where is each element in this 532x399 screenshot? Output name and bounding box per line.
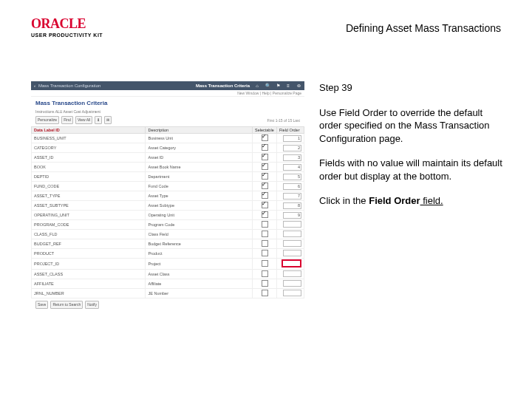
col-field-order[interactable]: Field Order: [277, 127, 304, 134]
field-order-input[interactable]: 6: [283, 183, 301, 190]
cell-selectable[interactable]: [253, 191, 277, 201]
cell-field-order[interactable]: 1: [277, 134, 304, 143]
col-description[interactable]: Description: [146, 127, 253, 134]
cell-selectable[interactable]: [253, 134, 277, 143]
field-order-input[interactable]: [283, 290, 301, 296]
table-row: ASSET_TYPEAsset Type7: [32, 191, 304, 201]
checkbox-icon[interactable]: [262, 154, 268, 160]
checkbox-icon[interactable]: [262, 202, 268, 208]
field-order-input[interactable]: 8: [283, 202, 301, 209]
cell-field-order[interactable]: 5: [277, 172, 304, 182]
cell-selectable[interactable]: [253, 182, 277, 191]
flag-icon[interactable]: ⚑: [275, 81, 281, 90]
checkbox-icon[interactable]: [262, 144, 268, 151]
cell-field-order[interactable]: [277, 249, 304, 259]
save-button[interactable]: Save: [35, 301, 48, 309]
notify-button[interactable]: Notify: [85, 301, 99, 309]
checkbox-icon[interactable]: [262, 290, 268, 296]
checkbox-icon[interactable]: [262, 211, 268, 218]
cell-field-order[interactable]: [277, 270, 304, 279]
cell-selectable[interactable]: [253, 259, 277, 270]
field-order-input[interactable]: [283, 280, 301, 287]
cell-selectable[interactable]: [253, 163, 277, 172]
back-icon[interactable]: ‹: [34, 81, 35, 90]
checkbox-icon[interactable]: [262, 270, 268, 277]
checkbox-icon[interactable]: [262, 173, 268, 180]
cell-selectable[interactable]: [253, 143, 277, 153]
instruction-p3: Click in the Field Order field.: [319, 194, 502, 208]
field-order-input[interactable]: [283, 240, 301, 247]
checkbox-icon[interactable]: [262, 250, 268, 256]
field-order-input[interactable]: 7: [283, 193, 301, 200]
cell-selectable[interactable]: [253, 172, 277, 182]
gear-icon[interactable]: ⊚: [296, 81, 301, 90]
cell-field-order[interactable]: [277, 279, 304, 289]
home-icon[interactable]: ⌂: [254, 81, 260, 90]
cell-field-order[interactable]: 4: [277, 163, 304, 172]
page-meta-links[interactable]: New Window | Help | Personalize Page: [31, 90, 304, 97]
cell-selectable[interactable]: [253, 201, 277, 211]
breadcrumb-prev[interactable]: Mass Transaction Configuration: [38, 81, 174, 90]
cell-desc: Asset Class: [146, 270, 253, 279]
cell-field-order[interactable]: 9: [277, 211, 304, 220]
checkbox-icon[interactable]: [262, 134, 268, 141]
field-order-input[interactable]: 1: [283, 135, 301, 142]
field-order-input[interactable]: 3: [283, 154, 301, 161]
checkbox-icon[interactable]: [262, 221, 268, 228]
cell-selectable[interactable]: [253, 279, 277, 289]
cell-desc: Asset Subtype: [146, 201, 253, 211]
cell-desc: Project: [146, 259, 253, 270]
checkbox-icon[interactable]: [262, 280, 268, 287]
cell-selectable[interactable]: [253, 153, 277, 163]
cell-id: BOOK: [32, 163, 146, 172]
checkbox-icon[interactable]: [262, 260, 268, 267]
table-row: DEPTIDDepartment5: [32, 172, 304, 182]
excel-icon[interactable]: ⊞: [104, 116, 112, 124]
field-order-input[interactable]: [283, 221, 301, 228]
field-order-input[interactable]: 2: [283, 145, 301, 151]
checkbox-icon[interactable]: [262, 163, 268, 170]
cell-field-order[interactable]: 3: [277, 153, 304, 163]
cell-field-order[interactable]: [277, 239, 304, 249]
cell-selectable[interactable]: [253, 230, 277, 239]
cell-field-order[interactable]: [277, 230, 304, 239]
personalize-button[interactable]: Personalize: [35, 116, 59, 124]
cell-field-order[interactable]: [277, 259, 304, 270]
find-button[interactable]: Find: [61, 116, 73, 124]
cell-selectable[interactable]: [253, 270, 277, 279]
cell-field-order[interactable]: [277, 289, 304, 299]
cell-field-order[interactable]: 8: [277, 201, 304, 211]
cell-field-order[interactable]: 6: [277, 182, 304, 191]
cell-field-order[interactable]: 7: [277, 191, 304, 201]
cell-field-order[interactable]: [277, 220, 304, 230]
table-row: JRNL_NUMBERJE Number: [32, 289, 304, 299]
field-order-input[interactable]: [283, 270, 301, 277]
field-order-input[interactable]: 4: [283, 164, 301, 171]
cell-id: OPERATING_UNIT: [32, 211, 146, 220]
cell-selectable[interactable]: [253, 249, 277, 259]
field-order-input[interactable]: [282, 259, 301, 267]
checkbox-icon[interactable]: [262, 231, 268, 237]
cell-selectable[interactable]: [253, 289, 277, 299]
viewall-button[interactable]: View All: [75, 116, 92, 124]
cell-selectable[interactable]: [253, 220, 277, 230]
cell-field-order[interactable]: 2: [277, 143, 304, 153]
cell-selectable[interactable]: [253, 211, 277, 220]
search-icon[interactable]: 🔍: [265, 81, 270, 90]
cell-id: ASSET_ID: [32, 153, 146, 163]
field-order-input[interactable]: 5: [283, 174, 301, 180]
field-order-input[interactable]: 9: [283, 212, 301, 219]
checkbox-icon[interactable]: [262, 240, 268, 247]
return-button[interactable]: Return to Search: [50, 301, 83, 309]
menu-icon[interactable]: ≡: [285, 81, 291, 90]
download-icon[interactable]: ⬇: [95, 116, 102, 124]
header-icons: ⌂ 🔍 ⚑ ≡ ⊚: [254, 81, 301, 90]
col-data-label[interactable]: Data Label ID: [32, 127, 146, 134]
checkbox-icon[interactable]: [262, 192, 268, 199]
cell-desc: Department: [146, 172, 253, 182]
field-order-input[interactable]: [283, 231, 301, 237]
field-order-input[interactable]: [283, 250, 301, 256]
checkbox-icon[interactable]: [262, 183, 268, 189]
cell-selectable[interactable]: [253, 239, 277, 249]
cell-id: AFFILIATE: [32, 279, 146, 289]
